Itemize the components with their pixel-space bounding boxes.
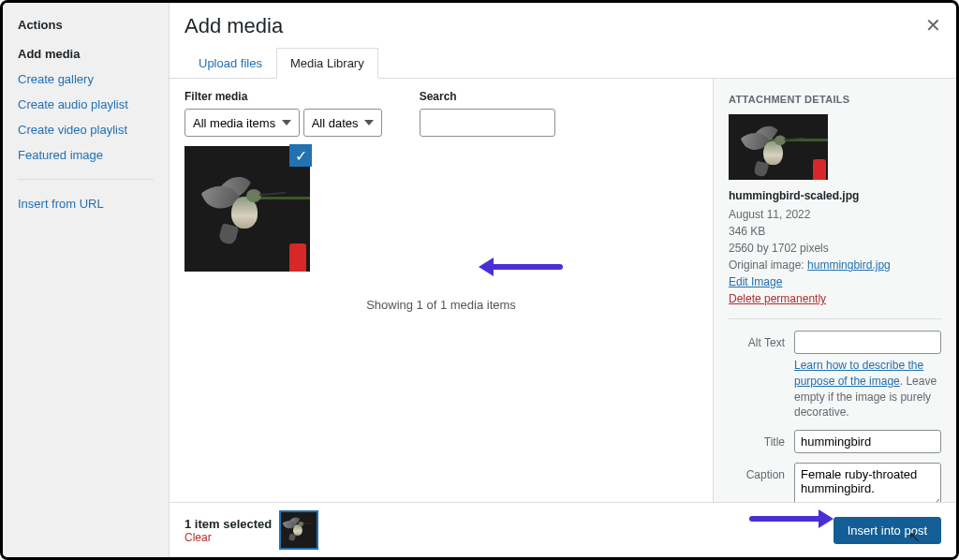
alt-text-field: Alt Text Learn how to describe the purpo… [729,331,941,420]
attachment-preview [729,114,828,180]
media-browser: Filter media All media items All dates S… [170,79,713,502]
caption-label: Caption [729,463,794,502]
search-label: Search [420,90,555,103]
content-area: Filter media All media items All dates S… [170,79,956,502]
close-button[interactable]: ✕ [925,16,941,35]
sidebar-divider [18,179,154,180]
alt-text-label: Alt Text [729,331,794,420]
check-icon: ✓ [289,144,312,167]
tab-bar: Upload filesMedia Library [170,48,956,79]
selection-thumbnail[interactable] [281,512,317,548]
cursor-icon: ↖ [908,528,921,546]
showing-count: Showing 1 of 1 media items [184,298,698,312]
sidebar-create-gallery[interactable]: Create gallery [3,66,169,92]
attachment-original: Original image: hummingbird.jpg [729,257,941,273]
media-modal: Actions Add media Create gallery Create … [0,0,959,560]
selection-count: 1 item selected [184,517,272,531]
search-group: Search [420,90,555,137]
title-input[interactable] [794,430,941,453]
alt-text-input[interactable] [794,331,941,354]
details-heading: ATTACHMENT DETAILS [729,94,941,105]
modal-toolbar: 1 item selected Clear Insert into post ↖ [170,502,956,557]
filter-media-group: Filter media All media items All dates [184,90,382,137]
filter-date-select[interactable]: All dates [303,109,382,137]
main-panel: ✕ Add media Upload filesMedia Library Fi… [170,3,956,557]
attachment-date: August 11, 2022 [729,206,941,223]
caption-input[interactable]: Female ruby-throated hummingbird. [794,463,941,502]
annotation-arrow [482,264,563,270]
modal-title: Add media [184,14,941,38]
thumbnail-grid: ✓ [184,146,698,272]
details-divider [729,318,941,319]
search-input[interactable] [420,109,555,137]
attachment-details: ATTACHMENT DETAILS hummingbird-scaled.jp… [713,79,956,502]
filter-media-label: Filter media [184,90,382,103]
selection-info: 1 item selected Clear [184,517,272,544]
delete-permanently-link[interactable]: Delete permanently [729,292,826,305]
tab-upload-files[interactable]: Upload files [184,48,276,79]
attachment-size: 346 KB [729,223,941,240]
title-field: Title [729,430,941,453]
edit-image-link[interactable]: Edit Image [729,275,782,288]
tab-media-library[interactable]: Media Library [276,48,378,79]
actions-sidebar: Actions Add media Create gallery Create … [3,3,170,557]
sidebar-insert-from-url[interactable]: Insert from URL [3,191,169,216]
alt-hint: Learn how to describe the purpose of the… [794,358,941,420]
sidebar-create-video-playlist[interactable]: Create video playlist [3,117,169,142]
annotation-arrow [749,516,830,522]
filter-type-select[interactable]: All media items [184,109,300,137]
original-image-link[interactable]: hummingbird.jpg [807,258,891,272]
modal-header: Add media [170,3,956,38]
attachment-filename: hummingbird-scaled.jpg [729,189,941,202]
sidebar-heading: Actions [3,18,169,41]
attachment-dimensions: 2560 by 1702 pixels [729,240,941,257]
media-thumbnail[interactable]: ✓ [184,146,310,272]
title-label: Title [729,430,794,453]
clear-selection[interactable]: Clear [184,531,272,544]
sidebar-current-action: Add media [3,41,169,66]
sidebar-create-audio-playlist[interactable]: Create audio playlist [3,92,169,117]
insert-into-post-button[interactable]: Insert into post [834,517,941,544]
filter-row: Filter media All media items All dates S… [184,90,698,137]
caption-field: Caption Female ruby-throated hummingbird… [729,463,941,502]
sidebar-featured-image[interactable]: Featured image [3,142,169,168]
